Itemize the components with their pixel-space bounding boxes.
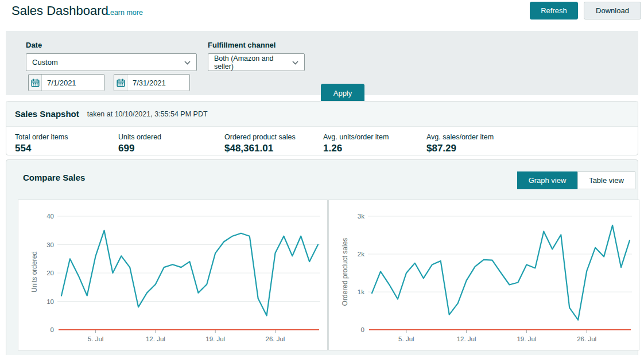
svg-text:20: 20 [46, 270, 54, 276]
page-title: Sales Dashboard [11, 3, 108, 18]
chevron-down-icon [184, 58, 191, 67]
graph-view-button[interactable]: Graph view [517, 171, 577, 189]
chevron-down-icon [292, 58, 298, 67]
download-button[interactable]: Download [584, 2, 641, 19]
svg-text:10: 10 [46, 298, 54, 305]
svg-text:1k: 1k [358, 288, 364, 295]
metric-value: $48,361.01 [224, 143, 296, 154]
end-date-input[interactable] [127, 75, 189, 91]
date-filter-label: Date [26, 41, 42, 49]
learn-more-link[interactable]: Learn more [106, 9, 143, 17]
fulfillment-channel-select[interactable]: Both (Amazon and seller) [208, 53, 305, 71]
metric-ordered-product-sales: Ordered product sales $48,361.01 [224, 133, 296, 154]
metric-value: 1.26 [323, 143, 389, 154]
start-date-input-group [28, 74, 104, 91]
metric-label: Avg. units/order item [323, 133, 389, 141]
svg-text:12. Jul: 12. Jul [146, 336, 165, 342]
apply-button[interactable]: Apply [321, 84, 364, 102]
units-ordered-chart: Units ordered 0102030405. Jul12. Jul19. … [18, 200, 328, 350]
svg-text:19. Jul: 19. Jul [205, 336, 225, 342]
svg-text:0: 0 [51, 326, 54, 333]
calendar-icon[interactable] [29, 75, 42, 91]
units-ordered-line-chart: 0102030405. Jul12. Jul19. Jul26. Jul [18, 200, 327, 348]
end-date-input-group [114, 74, 190, 91]
filter-bar: Date Custom [6, 31, 638, 95]
metric-label: Avg. sales/order item [426, 133, 494, 141]
svg-text:0: 0 [361, 326, 364, 333]
fulfillment-channel-select-value: Both (Amazon and seller) [214, 54, 292, 71]
table-view-button[interactable]: Table view [577, 171, 635, 189]
compare-sales-title: Compare Sales [23, 173, 85, 182]
svg-text:3k: 3k [358, 213, 364, 220]
date-range-select[interactable]: Custom [26, 53, 197, 71]
start-date-input[interactable] [42, 75, 104, 91]
compare-sales-card: Compare Sales Graph view Table view Unit… [6, 159, 638, 355]
sales-snapshot-card: Sales Snapshot taken at 10/10/2021, 3:55… [6, 101, 638, 155]
ordered-product-sales-chart: Ordered product sales 01k2k3k5. Jul12. J… [328, 200, 639, 350]
svg-text:2k: 2k [358, 251, 364, 258]
metric-total-order-items: Total order items 554 [15, 133, 68, 154]
svg-text:30: 30 [46, 241, 54, 248]
y-axis-label: Units ordered [30, 229, 38, 315]
date-range-select-value: Custom [32, 58, 58, 67]
fulfillment-channel-label: Fulfillment channel [208, 41, 276, 49]
metric-value: $87.29 [426, 143, 494, 154]
sales-snapshot-header: Sales Snapshot taken at 10/10/2021, 3:55… [6, 102, 638, 127]
metric-value: 554 [15, 143, 68, 154]
svg-text:12. Jul: 12. Jul [457, 336, 476, 342]
snapshot-timestamp: taken at 10/10/2021, 3:55:54 PM PDT [87, 110, 208, 118]
svg-text:5. Jul: 5. Jul [398, 336, 414, 342]
metric-avg-units-per-order: Avg. units/order item 1.26 [323, 133, 389, 154]
metric-value: 699 [118, 143, 161, 154]
sales-dashboard-page: Sales Dashboard Learn more Refresh Downl… [0, 0, 644, 355]
metric-label: Ordered product sales [224, 133, 296, 141]
metric-units-ordered: Units ordered 699 [118, 133, 161, 154]
ordered-product-sales-line-chart: 01k2k3k5. Jul12. Jul19. Jul26. Jul [329, 200, 639, 348]
calendar-icon[interactable] [114, 75, 127, 91]
y-axis-label: Ordered product sales [341, 229, 349, 315]
svg-text:26. Jul: 26. Jul [577, 336, 596, 342]
metric-label: Total order items [15, 133, 68, 141]
svg-text:40: 40 [46, 213, 54, 220]
svg-text:19. Jul: 19. Jul [517, 336, 536, 342]
svg-text:26. Jul: 26. Jul [266, 336, 285, 342]
refresh-button[interactable]: Refresh [530, 2, 578, 19]
metric-label: Units ordered [118, 133, 161, 141]
sales-snapshot-title: Sales Snapshot [15, 109, 79, 119]
svg-text:5. Jul: 5. Jul [88, 336, 104, 342]
metric-avg-sales-per-order: Avg. sales/order item $87.29 [426, 133, 494, 154]
